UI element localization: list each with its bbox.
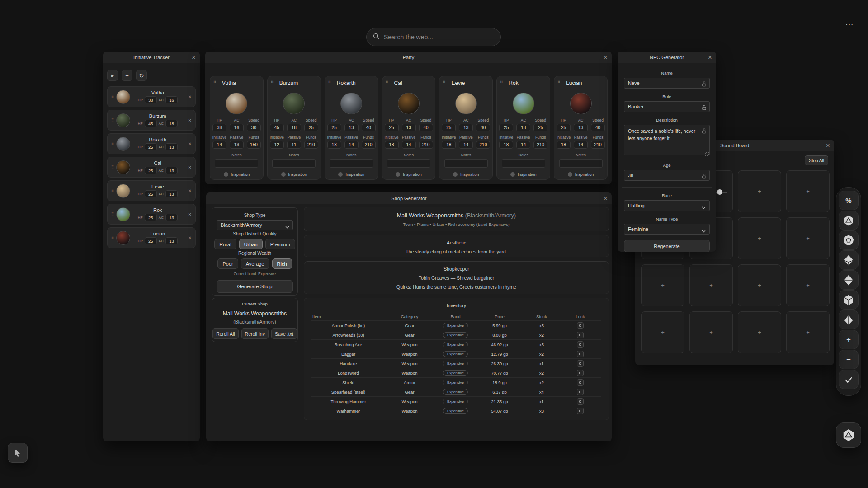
lock-item-checkbox[interactable] [577, 398, 584, 405]
drag-handle-icon[interactable]: ⠿ [111, 165, 114, 169]
shop-action-button[interactable]: Reroll All [212, 328, 238, 339]
ac-value[interactable]: 18 [165, 120, 178, 127]
ac-value[interactable]: 13 [165, 190, 178, 197]
initiative-value[interactable]: 18 [385, 141, 399, 149]
sound-tile[interactable]: + [641, 311, 684, 353]
hp-value[interactable]: 45 [145, 120, 157, 127]
notes-input[interactable] [502, 159, 545, 168]
drag-handle-icon[interactable]: ⠿ [111, 94, 114, 99]
notes-input[interactable] [330, 159, 373, 168]
drag-handle-icon[interactable]: ⠿ [111, 235, 114, 240]
lock-item-checkbox[interactable] [577, 370, 584, 376]
drag-handle-icon[interactable]: ⠿ [443, 80, 446, 84]
lock-item-checkbox[interactable] [577, 360, 584, 367]
initiative-row[interactable]: ⠿ Eevie HP 25 AC 13 ✕ [107, 180, 196, 201]
initiative-value[interactable]: 12 [270, 141, 284, 149]
unlock-icon[interactable] [702, 127, 707, 136]
inspiration-toggle[interactable] [224, 172, 228, 177]
remove-combatant-icon[interactable]: ✕ [188, 141, 192, 146]
hp-value[interactable]: 38 [145, 96, 157, 103]
lock-item-checkbox[interactable] [577, 351, 584, 357]
drag-handle-icon[interactable]: ⠿ [328, 80, 331, 84]
play-round-button[interactable]: ▶ [107, 70, 118, 81]
sound-tile[interactable]: + [738, 170, 781, 212]
ac-value[interactable]: 18 [287, 124, 301, 131]
passive-value[interactable]: 14 [344, 141, 359, 149]
ac-value[interactable]: 13 [165, 167, 178, 174]
shop-action-button[interactable]: Reroll Inv [241, 328, 269, 339]
initiative-row[interactable]: ⠿ Cal HP 25 AC 13 ✕ [107, 157, 196, 178]
district-option-button[interactable]: Premium [265, 239, 295, 249]
tile-menu-icon[interactable]: ⋯ [724, 171, 730, 177]
drag-handle-icon[interactable]: ⠿ [386, 80, 389, 84]
unlock-icon[interactable] [702, 104, 707, 112]
hp-value[interactable]: 25 [145, 237, 157, 244]
remove-combatant-icon[interactable]: ✕ [188, 235, 192, 240]
remove-combatant-icon[interactable]: ✕ [188, 212, 192, 217]
speed-value[interactable]: 25 [533, 124, 547, 131]
lock-item-checkbox[interactable] [577, 389, 584, 395]
drag-handle-icon[interactable]: ⠿ [111, 118, 114, 122]
initiative-row[interactable]: ⠿ Lucian HP 25 AC 13 ✕ [107, 227, 196, 248]
dice-d6-button[interactable] [839, 290, 859, 310]
inspiration-toggle[interactable] [510, 172, 515, 177]
npc-description-textarea[interactable]: Once saved a noble's life, never lets an… [624, 125, 710, 155]
notes-input[interactable] [215, 159, 258, 168]
hp-value[interactable]: 45 [270, 124, 284, 131]
sound-tile[interactable]: + [786, 264, 830, 306]
close-icon[interactable]: ✕ [604, 196, 608, 201]
npc-name-input[interactable] [624, 78, 710, 89]
sound-tile[interactable]: + [641, 264, 684, 306]
ac-value[interactable]: 13 [165, 214, 178, 221]
drag-handle-icon[interactable]: ⠿ [111, 141, 114, 146]
hp-value[interactable]: 25 [327, 124, 341, 131]
close-icon[interactable]: ✕ [708, 55, 712, 60]
speed-value[interactable]: 30 [247, 124, 261, 131]
npc-role-input[interactable] [624, 101, 710, 112]
hp-value[interactable]: 25 [499, 124, 513, 131]
speed-value[interactable]: 40 [419, 124, 433, 131]
funds-value[interactable]: 210 [591, 141, 605, 149]
notes-input[interactable] [272, 159, 316, 168]
drag-handle-icon[interactable]: ⠿ [557, 80, 561, 84]
passive-value[interactable]: 11 [287, 141, 301, 149]
resize-grip[interactable] [705, 152, 709, 156]
regenerate-button[interactable]: Regenerate [624, 240, 710, 252]
wealth-option-button[interactable]: Rich [272, 258, 292, 269]
inspiration-toggle[interactable] [396, 172, 400, 177]
dice-confirm-button[interactable] [839, 370, 859, 389]
dice-increment-button[interactable]: + [839, 330, 859, 349]
initiative-value[interactable]: 18 [499, 141, 513, 149]
speed-value[interactable]: 40 [476, 124, 490, 131]
generate-shop-button[interactable]: Generate Shop [217, 280, 293, 293]
wealth-option-button[interactable]: Average [241, 258, 269, 269]
sound-tile[interactable]: + [786, 170, 830, 212]
stop-all-button[interactable]: Stop All [805, 155, 828, 165]
notes-input[interactable] [559, 159, 603, 168]
initiative-value[interactable]: 18 [557, 141, 571, 149]
web-search-bar[interactable] [366, 28, 501, 46]
initiative-value[interactable]: 18 [327, 141, 341, 149]
passive-value[interactable]: 13 [230, 141, 244, 149]
hp-value[interactable]: 25 [145, 167, 157, 174]
drag-handle-icon[interactable]: ⠿ [111, 212, 114, 216]
dice-d100-button[interactable]: % [839, 191, 859, 210]
hp-value[interactable]: 25 [442, 124, 456, 131]
slider-knob[interactable] [717, 189, 722, 195]
lock-item-checkbox[interactable] [577, 408, 584, 414]
drag-handle-icon[interactable]: ⠿ [213, 80, 217, 84]
funds-value[interactable]: 210 [362, 141, 376, 149]
close-icon[interactable]: ✕ [826, 143, 830, 148]
notes-input[interactable] [444, 159, 488, 168]
remove-combatant-icon[interactable]: ✕ [188, 165, 192, 170]
shop-type-select[interactable]: Blacksmith/Armory [217, 220, 293, 230]
initiative-value[interactable]: 14 [212, 141, 226, 149]
initiative-row[interactable]: ⠿ Burzum HP 45 AC 18 ✕ [107, 110, 196, 131]
funds-value[interactable]: 210 [304, 141, 318, 149]
lock-item-checkbox[interactable] [577, 332, 584, 338]
unlock-icon[interactable] [702, 173, 707, 181]
search-input[interactable] [384, 33, 494, 41]
hp-value[interactable]: 38 [212, 124, 226, 131]
npc-age-input[interactable] [624, 170, 710, 181]
ac-value[interactable]: 13 [165, 143, 178, 150]
